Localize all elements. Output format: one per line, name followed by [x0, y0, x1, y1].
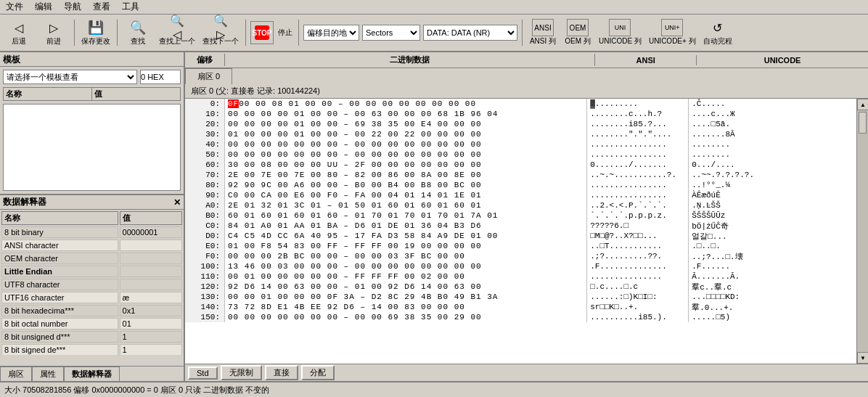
menu-view[interactable]: 查看	[90, 0, 113, 14]
back-icon: ◁	[10, 19, 28, 36]
hex-unicode: 羣c..羣.c	[688, 282, 856, 292]
scroll-down-button[interactable]: ▼	[857, 352, 868, 364]
hex-bytes: 00 00 00 00 01 00 00 – 69 38 35 00 E4 00…	[225, 119, 586, 129]
menu-edit[interactable]: 编辑	[32, 0, 55, 14]
hex-row[interactable]: B0:60 01 60 01 60 01 60 – 01 70 01 70 01…	[185, 210, 856, 221]
find-prev-button[interactable]: 🔍◁ 查找上一个	[157, 17, 197, 49]
hex-tabs: 扇区 0	[185, 68, 868, 84]
hex-bytes: C4 C5 4D CC 6A 40 95 – 17 FA D3 58 84 A9…	[225, 231, 586, 241]
hex-row[interactable]: C0:84 01 A0 01 AA 01 BA – D6 01 DE 01 36…	[185, 221, 856, 231]
hex-row[interactable]: 150:00 00 00 00 00 00 00 – 00 00 69 38 3…	[185, 312, 856, 322]
hex-row[interactable]: 130:00 00 01 00 00 00 0F 3A – D2 8C 29 4…	[185, 292, 856, 302]
hex-bytes: 84 01 A0 01 AA 01 BA – D6 01 DE 01 36 04…	[225, 221, 586, 231]
hex-row[interactable]: D0:C4 C5 4D CC 6A 40 95 – 17 FA D3 58 84…	[185, 231, 856, 241]
tab-properties[interactable]: 属性	[32, 367, 64, 381]
hex-row[interactable]: 10:00 00 00 00 01 00 00 – 00 63 00 00 00…	[185, 109, 856, 119]
hex-unicode: 얼갈□...	[688, 231, 856, 241]
hex-ansi: ................	[586, 180, 688, 190]
goto-combo[interactable]: 偏移目的地	[303, 25, 359, 41]
find-next-icon: 🔍▷	[212, 19, 229, 36]
hex-bytes: 00 00 00 00 00 00 00 – 00 00 00 00 00 00…	[225, 139, 586, 150]
assign-button[interactable]: 分配	[301, 365, 335, 380]
auto-button[interactable]: ↺ 自动完程	[701, 17, 734, 49]
hex-row[interactable]: E0:01 00 F8 54 83 00 FF – FF FF 00 19 00…	[185, 241, 856, 251]
menu-file[interactable]: 文件	[3, 0, 26, 14]
hex-addr: 10:	[185, 109, 225, 119]
di-row-name: 8 bit hexadecima***	[1, 305, 118, 316]
scrollbar[interactable]: ▲ ▼	[856, 99, 868, 364]
menu-tools[interactable]: 工具	[119, 0, 142, 14]
hex-addr: 130:	[185, 292, 225, 302]
hex-input[interactable]	[140, 70, 181, 84]
stop-button[interactable]: STOP	[250, 21, 274, 44]
find-next-button[interactable]: 🔍▷ 查找下一个	[200, 17, 241, 49]
hex-unicode: .....□5)	[688, 312, 856, 322]
template-combo[interactable]: 请选择一个模板查看	[3, 70, 137, 84]
menu-nav[interactable]: 导航	[61, 0, 84, 14]
hex-row[interactable]: 80:92 90 9C 00 A6 00 00 – B0 00 B4 00 B8…	[185, 180, 856, 190]
hex-row[interactable]: 40:00 00 00 00 00 00 00 – 00 00 00 00 00…	[185, 139, 856, 150]
hex-row[interactable]: 120:92 D6 14 00 63 00 00 – 01 00 92 D6 1…	[185, 282, 856, 292]
std-button[interactable]: Std	[188, 367, 218, 380]
oem-col-button[interactable]: OEM OEM 列	[562, 17, 594, 49]
hex-unicode: ....c...Ж	[688, 109, 856, 119]
hex-row[interactable]: 90:C0 00 CA 00 E6 00 F0 – FA 00 04 01 14…	[185, 190, 856, 200]
hex-unicode: ..!°°_.¼	[688, 180, 856, 190]
unicode-col-button[interactable]: UNI UNICODE 列	[597, 17, 644, 49]
hex-row[interactable]: 0:0F 00 00 08 01 00 00 – 00 00 00 00 00 …	[185, 99, 856, 109]
find-icon: 🔍	[129, 19, 147, 36]
ansi-col-button[interactable]: ANSI ANSI 列	[527, 17, 559, 49]
unicodeplus-col-button[interactable]: UNI+ UNICODE+ 列	[647, 17, 698, 49]
template-panel-title: 模板	[0, 52, 184, 67]
forward-button[interactable]: ▷ 前进	[38, 17, 70, 49]
sectors-combo[interactable]: Sectors	[362, 25, 420, 41]
hex-ansi: □M□@?..X?□□...	[586, 231, 688, 241]
hex-area-wrapper: 0:0F 00 00 08 01 00 00 – 00 00 00 00 00 …	[185, 99, 868, 364]
hex-addr: 90:	[185, 190, 225, 200]
hex-row[interactable]: 50:00 00 00 00 00 00 00 – 00 00 00 00 00…	[185, 150, 856, 160]
sep2	[117, 20, 118, 46]
hex-addr: F0:	[185, 251, 225, 261]
hex-row[interactable]: 100:13 46 00 03 00 00 00 – 00 00 00 00 0…	[185, 261, 856, 271]
hex-bytes: 92 90 9C 00 A6 00 00 – B0 00 B4 00 B8 00…	[225, 180, 586, 190]
forward-icon: ▷	[45, 19, 62, 36]
hex-row[interactable]: 140:73 72 8D E1 4B EE 92 D6 – 14 00 83 0…	[185, 302, 856, 312]
find-button[interactable]: 🔍 查找	[122, 17, 154, 49]
di-val-header: 值	[120, 211, 182, 225]
back-button[interactable]: ◁ 后退	[3, 17, 35, 49]
hex-scroll[interactable]: 0:0F 00 00 08 01 00 00 – 00 00 00 00 00 …	[185, 99, 856, 364]
hex-addr: 80:	[185, 180, 225, 190]
hex-row[interactable]: 110:00 01 00 00 00 00 00 – FF FF FF 00 0…	[185, 271, 856, 282]
hex-tab-sector[interactable]: 扇区 0	[185, 68, 232, 84]
di-row-name: 8 bit unsigned d***	[1, 331, 118, 343]
unlimited-button[interactable]: 无限制	[221, 365, 262, 380]
hex-addr: C0:	[185, 221, 225, 231]
data-combo[interactable]: DATA: DATA (NR)	[423, 25, 517, 41]
hex-ansi: ........i85.?...	[586, 119, 688, 129]
hex-row[interactable]: 30:01 00 00 00 01 00 00 – 00 22 00 22 00…	[185, 129, 856, 139]
hex-unicode: 羣.0...+.	[688, 302, 856, 312]
hex-row[interactable]: 70:2E 00 7E 00 7E 00 80 – 82 00 86 00 8A…	[185, 170, 856, 180]
di-close-button[interactable]: ✕	[173, 197, 181, 208]
hex-row[interactable]: A0:2E 01 32 01 3C 01 – 01 50 01 60 01 60…	[185, 200, 856, 210]
hex-row[interactable]: F0:00 00 00 2B BC 00 00 – 00 00 03 3F BC…	[185, 251, 856, 261]
di-scroll[interactable]: 名称 值 8 bit binary00000001 ANSI character…	[0, 210, 184, 355]
di-row-value	[120, 240, 182, 251]
name-header: 名称	[4, 88, 92, 100]
tab-sector[interactable]: 扇区	[0, 367, 32, 381]
hex-unicode: .......8Ā	[688, 129, 856, 139]
scroll-thumb[interactable]	[859, 112, 867, 134]
tab-data-interpreter[interactable]: 数据解释器	[64, 367, 120, 381]
direct-button[interactable]: 直接	[265, 365, 298, 380]
hex-unicode: ..;?...□.壊	[688, 251, 856, 261]
hex-addr: B0:	[185, 210, 225, 221]
hex-unicode: 0.../....	[688, 160, 856, 170]
scroll-track[interactable]	[857, 110, 868, 352]
di-row-name: UTF16 character	[1, 292, 118, 303]
sep3	[245, 20, 246, 46]
hex-row[interactable]: 60:30 00 08 00 00 00 UU – 2F 00 00 00 00…	[185, 160, 856, 170]
hex-row[interactable]: 20:00 00 00 00 01 00 00 – 69 38 35 00 E4…	[185, 119, 856, 129]
hex-bytes: 2E 00 7E 00 7E 00 80 – 82 00 86 00 8A 00…	[225, 170, 586, 180]
scroll-up-button[interactable]: ▲	[857, 99, 868, 110]
save-button[interactable]: 💾 保存更改	[79, 17, 112, 49]
